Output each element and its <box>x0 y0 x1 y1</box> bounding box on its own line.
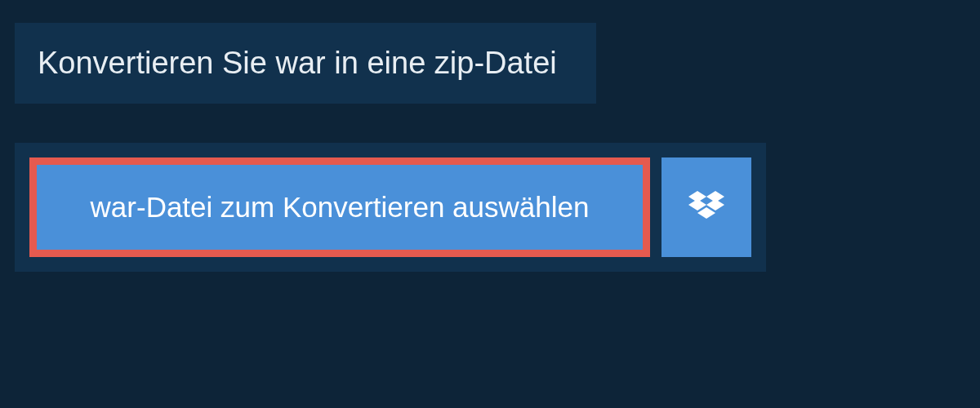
page-title: Konvertieren Sie war in eine zip-Datei <box>38 46 557 81</box>
select-file-button[interactable]: war-Datei zum Konvertieren auswählen <box>29 157 650 257</box>
main-container: Konvertieren Sie war in eine zip-Datei w… <box>0 0 980 272</box>
title-bar: Konvertieren Sie war in eine zip-Datei <box>15 23 596 104</box>
upload-panel: war-Datei zum Konvertieren auswählen <box>15 143 766 272</box>
dropbox-button[interactable] <box>662 157 751 257</box>
dropbox-icon <box>688 191 724 224</box>
select-file-label: war-Datei zum Konvertieren auswählen <box>53 191 626 224</box>
